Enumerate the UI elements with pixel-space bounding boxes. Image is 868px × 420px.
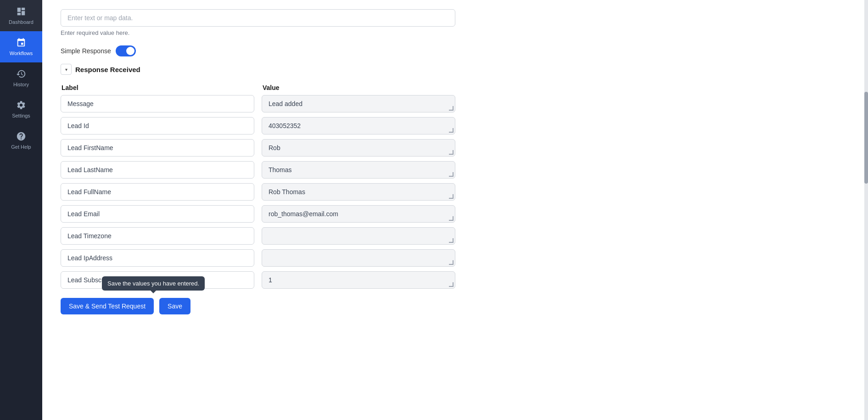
history-icon xyxy=(16,69,26,79)
field-label: Lead Subscribed xyxy=(61,271,254,289)
value-column-header: Value xyxy=(262,84,455,91)
field-value xyxy=(262,249,455,267)
sidebar-item-dashboard-label: Dashboard xyxy=(9,19,34,25)
field-value: Thomas xyxy=(262,161,455,179)
sidebar-item-settings[interactable]: Settings xyxy=(0,94,42,125)
table-row: Lead FirstNameRob xyxy=(61,139,455,157)
sidebar-item-history[interactable]: History xyxy=(0,62,42,94)
field-value: rob_thomas@email.com xyxy=(262,205,455,223)
sidebar: Dashboard Workflows History Settings Get… xyxy=(0,0,42,420)
save-button[interactable]: Save xyxy=(159,298,190,314)
save-and-send-button[interactable]: Save & Send Test Request xyxy=(61,298,154,314)
response-received-section: ▾ Response Received xyxy=(61,64,850,75)
sidebar-item-settings-label: Settings xyxy=(12,113,30,118)
help-icon xyxy=(16,131,26,141)
sidebar-item-history-label: History xyxy=(13,82,29,87)
sidebar-item-gethelp[interactable]: Get Help xyxy=(0,125,42,156)
field-value: Rob Thomas xyxy=(262,183,455,201)
field-value xyxy=(262,227,455,245)
label-column-header: Label xyxy=(61,84,254,91)
scroll-track xyxy=(864,0,868,420)
field-label: Lead Email xyxy=(61,205,254,223)
sidebar-item-workflows[interactable]: Workflows xyxy=(0,31,42,62)
simple-response-section: Simple Response xyxy=(61,45,850,56)
input-hint: Enter required value here. xyxy=(61,29,850,36)
main-content: Enter required value here. Simple Respon… xyxy=(42,0,868,420)
table-row: Lead LastNameThomas xyxy=(61,161,455,179)
toggle-track[interactable] xyxy=(116,45,136,56)
field-label: Lead IpAddress xyxy=(61,249,254,267)
dashboard-icon xyxy=(16,6,26,17)
response-received-label: Response Received xyxy=(75,66,140,73)
sidebar-item-dashboard[interactable]: Dashboard xyxy=(0,0,42,31)
field-label: Lead FullName xyxy=(61,183,254,201)
field-label: Lead FirstName xyxy=(61,139,254,157)
table-row: Lead Id403052352 xyxy=(61,117,455,134)
table-row: MessageLead added xyxy=(61,95,455,112)
content-area: Enter required value here. Simple Respon… xyxy=(42,0,868,420)
field-label: Lead Id xyxy=(61,117,254,134)
table-headers: Label Value xyxy=(61,84,455,91)
field-value: Lead added xyxy=(262,95,455,112)
top-input-section: Enter required value here. xyxy=(61,9,850,36)
workflows-icon xyxy=(16,38,26,48)
sidebar-item-gethelp-label: Get Help xyxy=(11,144,31,150)
table-row: Lead Timezone xyxy=(61,227,455,245)
field-rows: MessageLead addedLead Id403052352Lead Fi… xyxy=(61,95,455,289)
field-label: Lead Timezone xyxy=(61,227,254,245)
table-row: Lead FullNameRob Thomas xyxy=(61,183,455,201)
toggle-thumb xyxy=(126,47,134,55)
field-label: Lead LastName xyxy=(61,161,254,179)
gear-icon xyxy=(16,100,26,110)
simple-response-toggle[interactable] xyxy=(116,45,136,56)
table-row: Lead Emailrob_thomas@email.com xyxy=(61,205,455,223)
table-row: Lead IpAddress xyxy=(61,249,455,267)
field-value: 1 xyxy=(262,271,455,289)
map-data-input[interactable] xyxy=(61,9,455,27)
bottom-buttons: Save & Send Test Request Save Save the v… xyxy=(61,298,850,314)
scroll-thumb[interactable] xyxy=(864,92,868,184)
field-value: Rob xyxy=(262,139,455,157)
field-label: Message xyxy=(61,95,254,112)
simple-response-label: Simple Response xyxy=(61,47,111,55)
table-row: Lead Subscribed1 xyxy=(61,271,455,289)
chevron-down-button[interactable]: ▾ xyxy=(61,64,72,75)
sidebar-item-workflows-label: Workflows xyxy=(10,50,33,56)
field-value: 403052352 xyxy=(262,117,455,134)
